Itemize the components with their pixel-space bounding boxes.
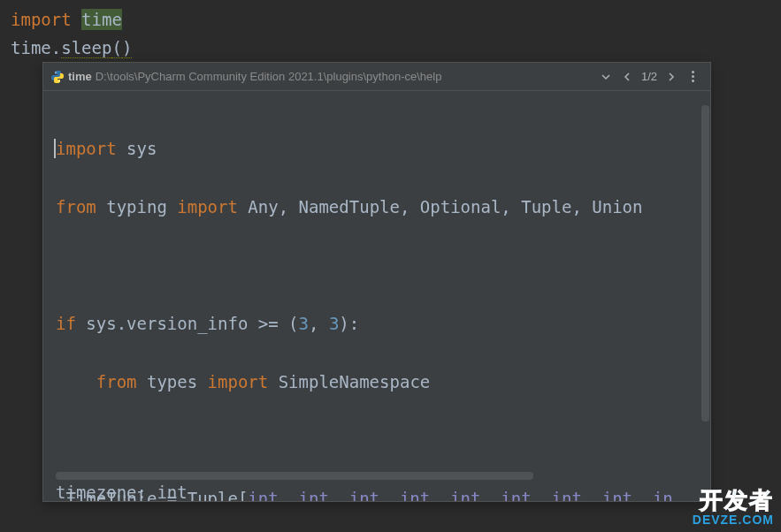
code-line: time.sleep() [11,34,770,62]
code-line: if sys.version_info >= (3, 3): [56,309,701,338]
code-line: from typing import Any, NamedTuple, Opti… [56,193,701,222]
object-ref: time [11,38,51,57]
watermark-chinese: 开发者 [693,488,774,513]
watermark-english: DEVZE.COM [693,513,774,527]
more-options-button[interactable] [682,66,703,87]
code-line [56,251,701,280]
module-title: time [65,70,96,83]
watermark: 开发者 DEVZE.COM [693,488,774,527]
function-call: sleep [61,38,111,58]
svg-point-1 [58,80,59,81]
code-editor[interactable]: import time time.sleep() [0,0,781,67]
code-line [56,426,701,455]
module-name: time [81,9,122,30]
page-counter: 1/2 [638,70,661,83]
path-dropdown[interactable] [595,66,616,87]
truncated-line: timezone: int [56,483,188,501]
quick-documentation-popup[interactable]: time D:\tools\PyCharm Community Edition … [42,62,711,502]
code-line: import sys [56,134,701,163]
next-button[interactable] [661,66,682,87]
prev-button[interactable] [616,66,638,87]
popup-header: time D:\tools\PyCharm Community Edition … [43,63,710,91]
documentation-body[interactable]: import sys from typing import Any, Named… [43,91,710,501]
python-file-icon [50,70,65,84]
svg-point-0 [55,72,56,72]
horizontal-scrollbar[interactable] [56,472,533,480]
vertical-scrollbar[interactable] [701,105,709,422]
module-path: D:\tools\PyCharm Community Edition 2021.… [96,70,595,83]
code-line: from types import SimpleNamespace [56,368,701,397]
keyword-import: import [11,10,72,29]
code-line: import time [11,5,770,34]
